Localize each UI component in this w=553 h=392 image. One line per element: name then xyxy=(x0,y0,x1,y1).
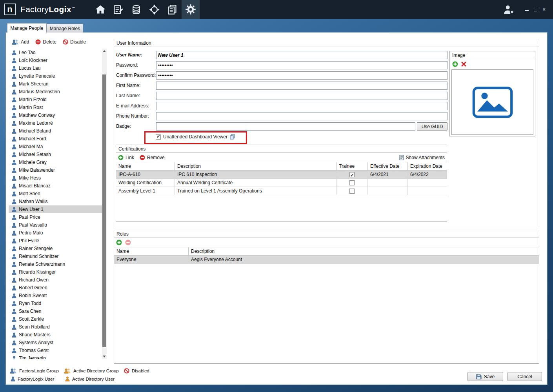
delete-person-button[interactable]: Delete xyxy=(35,39,56,45)
list-item[interactable]: Paul Price xyxy=(9,213,102,221)
last-name-field[interactable] xyxy=(156,92,447,100)
document-edit-icon[interactable] xyxy=(109,0,127,19)
logout-user-icon[interactable] xyxy=(503,5,515,15)
show-attachments-button[interactable]: Show Attachments xyxy=(399,155,445,160)
password-field[interactable] xyxy=(156,61,447,69)
list-item[interactable]: Phil Eville xyxy=(9,237,102,245)
scroll-up-button[interactable] xyxy=(102,49,107,54)
add-person-button[interactable]: Add xyxy=(12,39,29,45)
trainee-checkbox[interactable] xyxy=(349,180,355,185)
column-header-trainee[interactable]: Trainee xyxy=(337,162,368,170)
list-item[interactable]: Tim Jernagin xyxy=(9,354,102,359)
home-icon[interactable] xyxy=(91,0,109,19)
list-item[interactable]: Reimund Schnitzer xyxy=(9,252,102,260)
list-item[interactable]: Robin Sweatt xyxy=(9,292,102,299)
list-item[interactable]: Shane Masters xyxy=(9,331,102,339)
list-item[interactable]: Renate Schwarzmann xyxy=(9,260,102,268)
list-item[interactable]: Michael Ford xyxy=(9,135,102,143)
person-icon xyxy=(12,89,16,94)
person-name: Renate Schwarzmann xyxy=(19,261,65,267)
image-preview-area[interactable] xyxy=(451,69,533,135)
list-item[interactable]: Lynette Penecale xyxy=(9,72,102,80)
save-button[interactable]: Save xyxy=(468,372,503,381)
gear-icon[interactable] xyxy=(182,0,200,19)
list-item[interactable]: Mike Hess xyxy=(9,174,102,182)
user-name-field[interactable] xyxy=(156,51,447,59)
maximize-button[interactable] xyxy=(531,4,540,15)
list-item[interactable]: Michael Setash xyxy=(9,151,102,158)
scroll-down-button[interactable] xyxy=(102,354,107,359)
tab-manage-people[interactable]: Manage People xyxy=(7,23,47,33)
list-item[interactable]: Lucus Lau xyxy=(9,64,102,72)
list-item[interactable]: Nathan Wallis xyxy=(9,198,102,205)
annotation-highlight-box xyxy=(144,131,247,144)
remove-role-icon[interactable] xyxy=(125,240,131,245)
roles-column-description[interactable]: Description xyxy=(189,247,539,255)
list-item[interactable]: Michael Boland xyxy=(9,127,102,135)
phone-label: Phone Number: xyxy=(116,112,155,120)
list-item[interactable]: Scott Zerkle xyxy=(9,315,102,323)
use-guid-button[interactable]: Use GUID xyxy=(417,122,447,131)
list-item[interactable]: Robert Green xyxy=(9,284,102,292)
list-item[interactable]: Thomas Gerst xyxy=(9,347,102,354)
trainee-checkbox[interactable] xyxy=(349,189,355,194)
list-item[interactable]: Pedro Malo xyxy=(9,229,102,237)
roles-column-name[interactable]: Name xyxy=(114,247,189,255)
phone-field[interactable] xyxy=(156,112,447,120)
reports-icon[interactable] xyxy=(164,0,182,19)
remove-image-icon[interactable] xyxy=(461,62,466,67)
dispatch-icon[interactable] xyxy=(146,0,164,19)
list-item[interactable]: Ryan Todd xyxy=(9,299,102,307)
list-item[interactable]: Maxime Ledorré xyxy=(9,119,102,127)
list-item[interactable]: Leo Tao xyxy=(9,49,102,56)
list-item[interactable]: Mike Balawender xyxy=(9,166,102,174)
email-label: E-mail Address: xyxy=(116,102,155,110)
cancel-button[interactable]: Cancel xyxy=(508,372,542,381)
add-image-icon[interactable] xyxy=(452,61,458,67)
list-item[interactable]: Sean Robillard xyxy=(9,323,102,331)
column-header-expiration-date[interactable]: Expiration Date xyxy=(408,162,447,170)
close-button[interactable]: × xyxy=(540,4,548,15)
list-item[interactable]: New User 1 xyxy=(9,205,102,213)
column-header-description[interactable]: Description xyxy=(175,162,337,170)
arrow-up-icon xyxy=(103,50,106,52)
link-certification-button[interactable]: Link xyxy=(118,155,134,160)
scrollbar-thumb[interactable] xyxy=(102,74,106,347)
list-item[interactable]: Loïc Klockner xyxy=(9,56,102,64)
tab-manage-roles[interactable]: Manage Roles xyxy=(47,24,83,33)
database-icon[interactable] xyxy=(127,0,146,19)
people-scrollbar[interactable] xyxy=(102,49,107,359)
confirm-password-field[interactable] xyxy=(156,71,447,80)
list-item[interactable]: Mott Shen xyxy=(9,190,102,198)
legend-label: FactoryLogix User xyxy=(18,377,54,381)
email-field[interactable] xyxy=(156,102,447,110)
list-item[interactable]: Paul Vassallo xyxy=(9,221,102,229)
list-item[interactable]: Rainer Stengele xyxy=(9,245,102,252)
list-item[interactable]: Michael Ma xyxy=(9,143,102,151)
table-row[interactable]: IPC-A-610 IPC 610 Inspection 6/4/2021 6/… xyxy=(116,171,447,179)
first-name-field[interactable] xyxy=(156,82,447,90)
badge-field[interactable] xyxy=(156,122,415,131)
table-row[interactable]: Welding Certification Annual Welding Cer… xyxy=(116,179,447,187)
add-role-icon[interactable] xyxy=(116,240,122,245)
remove-certification-button[interactable]: Remove xyxy=(140,155,165,160)
list-item[interactable]: Ricardo Kissinger xyxy=(9,268,102,276)
disable-person-button[interactable]: Disable xyxy=(63,39,86,45)
list-item[interactable]: Mark Sheeran xyxy=(9,80,102,88)
list-item[interactable]: Richard Owen xyxy=(9,276,102,284)
minimize-button[interactable] xyxy=(522,4,531,15)
table-row[interactable]: Everyone Aegis Everyone Account xyxy=(114,256,539,264)
list-item[interactable]: Martin Rost xyxy=(9,103,102,111)
list-item[interactable]: Michele Gray xyxy=(9,158,102,166)
list-item[interactable]: Systems Analyst xyxy=(9,339,102,347)
list-item[interactable]: Matthew Conway xyxy=(9,111,102,119)
trainee-checkbox[interactable] xyxy=(349,172,355,177)
column-header-effective-date[interactable]: Effective Date xyxy=(368,162,408,170)
list-item[interactable]: Misael Blancaz xyxy=(9,182,102,190)
column-header-name[interactable]: Name xyxy=(116,162,175,170)
person-icon xyxy=(12,215,16,220)
list-item[interactable]: Sara Chen xyxy=(9,307,102,315)
list-item[interactable]: Martin Erzold xyxy=(9,96,102,103)
table-row[interactable]: Assembly Level 1 Trained on Level 1 Asse… xyxy=(116,187,447,195)
list-item[interactable]: Markus Medenstein xyxy=(9,88,102,96)
